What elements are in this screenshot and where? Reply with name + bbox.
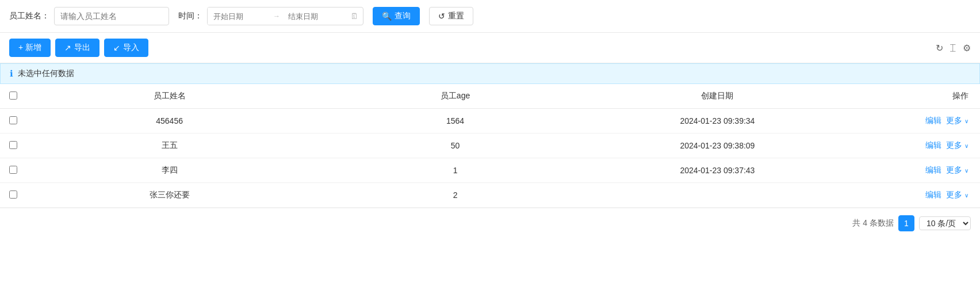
export-button[interactable]: ↗ 导出 <box>55 39 99 57</box>
add-button-label: + 新增 <box>18 43 41 53</box>
row-action-1: 编辑 更多 ∨ <box>837 134 980 158</box>
row-date-0: 2024-01-23 09:39:34 <box>598 109 837 134</box>
table-row: 王五 50 2024-01-23 09:38:09 编辑 更多 ∨ <box>0 134 980 158</box>
time-filter: 时间： → 🗓 <box>178 7 363 25</box>
reset-button-label: 重置 <box>448 11 464 21</box>
total-info: 共 4 条数据 <box>852 218 894 228</box>
row-checkbox-3[interactable] <box>9 190 17 199</box>
import-icon: ↙ <box>113 43 120 52</box>
table-row: 456456 1564 2024-01-23 09:39:34 编辑 更多 ∨ <box>0 109 980 134</box>
reset-icon: ↺ <box>438 12 445 21</box>
refresh-icon[interactable]: ↻ <box>936 43 943 54</box>
page-wrapper: 员工姓名： 时间： → 🗓 🔍 查询 ↺ 重置 + 新增 <box>0 0 980 301</box>
info-message: 未选中任何数据 <box>18 68 74 79</box>
more-link-3[interactable]: 更多 ∨ <box>946 190 968 199</box>
info-icon: ℹ <box>10 68 13 79</box>
calendar-icon: 🗓 <box>346 12 363 21</box>
header-name: 员工姓名 <box>26 84 312 109</box>
table-row: 张三你还要 2 编辑 更多 ∨ <box>0 183 980 208</box>
search-button-label: 查询 <box>395 11 411 21</box>
info-bar: ℹ 未选中任何数据 <box>0 63 980 84</box>
header-action: 操作 <box>837 84 980 109</box>
page-1-button[interactable]: 1 <box>898 215 914 231</box>
row-checkbox-0[interactable] <box>9 116 17 124</box>
row-age-0: 1564 <box>312 109 598 134</box>
row-age-3: 2 <box>312 183 598 208</box>
date-range-picker[interactable]: → 🗓 <box>207 7 363 25</box>
toolbar-right: ↻ ⌶ ⚙ <box>936 43 971 54</box>
start-date-input[interactable] <box>208 7 271 25</box>
row-action-0: 编辑 更多 ∨ <box>837 109 980 134</box>
more-link-1[interactable]: 更多 ∨ <box>946 140 968 150</box>
search-icon: 🔍 <box>382 12 392 21</box>
row-checkbox-2[interactable] <box>9 166 17 174</box>
employee-name-label: 员工姓名： <box>9 11 49 21</box>
table-container: 员工姓名 员工age 创建日期 操作 <box>0 84 980 208</box>
more-link-0[interactable]: 更多 ∨ <box>946 116 968 125</box>
table-row: 李四 1 2024-01-23 09:37:43 编辑 更多 ∨ <box>0 158 980 183</box>
data-table: 员工姓名 员工age 创建日期 操作 <box>0 84 980 208</box>
row-date-3 <box>598 183 837 208</box>
total-suffix: 条数据 <box>870 218 894 227</box>
total-count: 4 <box>863 218 867 227</box>
chevron-down-icon: ∨ <box>964 167 968 174</box>
employee-name-input[interactable] <box>54 7 169 25</box>
row-name-1: 王五 <box>26 134 312 158</box>
date-arrow: → <box>271 12 282 20</box>
row-checkbox-1[interactable] <box>9 141 17 149</box>
chevron-down-icon: ∨ <box>964 143 968 149</box>
row-date-2: 2024-01-23 09:37:43 <box>598 158 837 183</box>
row-checkbox-cell <box>0 134 26 158</box>
row-action-2: 编辑 更多 ∨ <box>837 158 980 183</box>
row-checkbox-cell <box>0 158 26 183</box>
header-created-at: 创建日期 <box>598 84 837 109</box>
row-name-2: 李四 <box>26 158 312 183</box>
header-age: 员工age <box>312 84 598 109</box>
chevron-down-icon: ∨ <box>964 192 968 199</box>
edit-link-3[interactable]: 编辑 <box>925 190 941 199</box>
import-button[interactable]: ↙ 导入 <box>104 39 148 57</box>
import-button-label: 导入 <box>123 43 139 53</box>
time-label: 时间： <box>178 11 202 21</box>
end-date-input[interactable] <box>282 7 346 25</box>
search-button[interactable]: 🔍 查询 <box>373 7 420 25</box>
row-age-2: 1 <box>312 158 598 183</box>
header-checkbox-col <box>0 84 26 109</box>
row-name-3: 张三你还要 <box>26 183 312 208</box>
edit-link-2[interactable]: 编辑 <box>925 165 941 174</box>
row-age-1: 50 <box>312 134 598 158</box>
row-name-0: 456456 <box>26 109 312 134</box>
export-button-label: 导出 <box>74 43 90 53</box>
employee-name-filter: 员工姓名： <box>9 7 169 25</box>
edit-link-1[interactable]: 编辑 <box>925 140 941 150</box>
reset-button[interactable]: ↺ 重置 <box>429 7 473 25</box>
row-date-1: 2024-01-23 09:38:09 <box>598 134 837 158</box>
settings-icon[interactable]: ⚙ <box>963 43 971 54</box>
table-header-row: 员工姓名 员工age 创建日期 操作 <box>0 84 980 109</box>
export-icon: ↗ <box>64 43 71 52</box>
edit-link-0[interactable]: 编辑 <box>925 116 941 125</box>
filter-bar: 员工姓名： 时间： → 🗓 🔍 查询 ↺ 重置 <box>0 0 980 33</box>
page-size-select[interactable]: 10 条/页 <box>919 216 971 230</box>
columns-icon[interactable]: ⌶ <box>950 43 956 53</box>
chevron-down-icon: ∨ <box>964 118 968 124</box>
add-button[interactable]: + 新增 <box>9 39 51 57</box>
toolbar: + 新增 ↗ 导出 ↙ 导入 ↻ ⌶ ⚙ <box>0 33 980 63</box>
more-link-2[interactable]: 更多 ∨ <box>946 165 968 174</box>
select-all-checkbox[interactable] <box>9 92 17 100</box>
row-checkbox-cell <box>0 109 26 134</box>
pagination: 共 4 条数据 1 10 条/页 <box>0 208 980 238</box>
row-checkbox-cell <box>0 183 26 208</box>
row-action-3: 编辑 更多 ∨ <box>837 183 980 208</box>
table-body: 456456 1564 2024-01-23 09:39:34 编辑 更多 ∨ … <box>0 109 980 208</box>
total-prefix: 共 <box>852 218 860 227</box>
toolbar-left: + 新增 ↗ 导出 ↙ 导入 <box>9 39 148 57</box>
